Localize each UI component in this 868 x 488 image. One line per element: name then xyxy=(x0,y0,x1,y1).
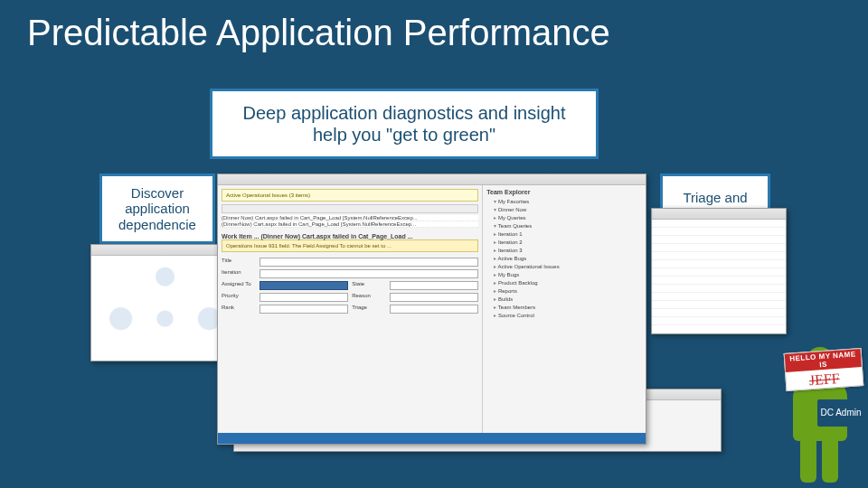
screenshot-tfs-workitem: Active Operational Issues (3 items) (Din… xyxy=(217,174,646,445)
tree-item: Iteration 2 xyxy=(486,239,642,247)
tree-item: Reports xyxy=(486,287,642,296)
fld-rank xyxy=(259,305,348,314)
tree-item: Iteration 3 xyxy=(486,247,642,255)
tree: My Favorites Dinner Now My Queries Team … xyxy=(486,198,642,320)
lbl-rank: Rank xyxy=(222,305,256,314)
error-banner: Operations Issue 931 field: The Field As… xyxy=(222,239,478,252)
name-tag: HELLO MY NAME IS JEFF xyxy=(784,348,864,391)
fld-state xyxy=(390,281,478,290)
persona-figure: HELLO MY NAME IS JEFF DC Admin xyxy=(779,329,861,483)
tree-item: Iteration 1 xyxy=(486,230,642,239)
tree-item: Active Bugs xyxy=(486,255,642,263)
tree-item: Active Operational Issues xyxy=(486,263,642,271)
tree-item: Team Queries xyxy=(486,222,642,230)
lbl-iteration: Iteration xyxy=(222,269,256,278)
tree-item: Source Control xyxy=(486,312,642,320)
fld-title xyxy=(259,258,478,267)
card-discover-dependencies: Discover application dependencie xyxy=(99,174,215,244)
slide-title: Predictable Application Performance xyxy=(27,13,610,53)
tree-item: Team Members xyxy=(486,304,642,312)
lbl-priority: Priority xyxy=(222,293,256,302)
fld-assigned xyxy=(259,281,348,290)
lbl-triage: Triage xyxy=(352,305,386,314)
lbl-assigned: Assigned To xyxy=(222,281,256,290)
tree-item: Product Backlog xyxy=(486,279,642,287)
fld-priority xyxy=(259,293,348,302)
work-item-title: Work Item ... (Dinner Now) Cart.aspx fai… xyxy=(222,233,478,239)
card-discover-text: Discover application dependencie xyxy=(106,185,209,232)
lbl-title: Title xyxy=(222,258,256,267)
tree-item: My Bugs xyxy=(486,271,642,279)
fld-triage xyxy=(390,305,478,314)
grid-row: (DinnerNow) Cart.aspx failed in Cart_Pag… xyxy=(222,221,478,228)
grid-row: (Dinner Now) Cart.aspx failed in Cart_Pa… xyxy=(222,215,478,221)
fld-reason xyxy=(390,293,478,302)
tree-item: Builds xyxy=(486,296,642,304)
role-text: DC Admin xyxy=(820,408,861,418)
active-tab: Active Operational Issues (3 items) xyxy=(222,189,478,202)
tree-item: Dinner Now xyxy=(486,206,642,214)
team-explorer-title: Team Explorer xyxy=(486,189,642,195)
role-badge: DC Admin xyxy=(817,399,864,427)
callout-text: Deep application diagnostics and insight… xyxy=(229,102,580,145)
tree-item: My Favorites xyxy=(486,198,642,206)
lbl-state: State xyxy=(352,281,386,290)
fld-iteration xyxy=(259,269,478,278)
lbl-reason: Reason xyxy=(352,293,386,302)
screenshot-properties xyxy=(651,208,787,334)
tree-item: My Queries xyxy=(486,214,642,222)
callout-diagnostics: Deep application diagnostics and insight… xyxy=(210,89,599,159)
